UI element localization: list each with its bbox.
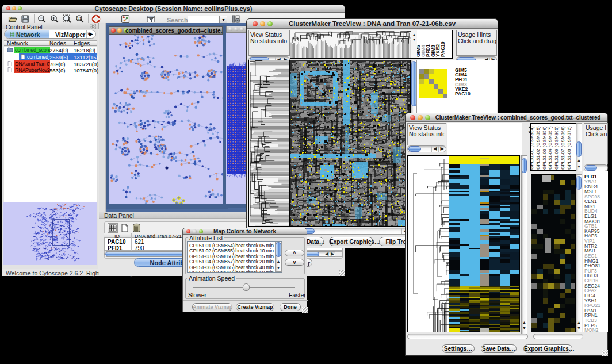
svg-text:1:1: 1:1 bbox=[77, 17, 81, 20]
